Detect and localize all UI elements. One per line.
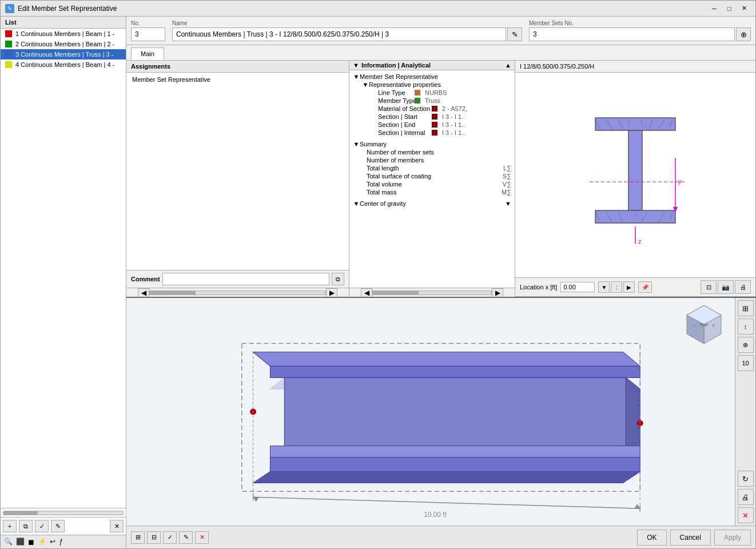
expand-icon[interactable]: ▼ (353, 62, 359, 69)
no-input[interactable] (131, 27, 165, 41)
info-scroll-left[interactable]: ◀ (361, 288, 372, 297)
nav-cube-container[interactable]: TOP R L (681, 303, 727, 348)
statusbar-icon-lightning[interactable]: ⚡ (38, 538, 46, 546)
collapse-icon-summary[interactable]: ▼ (353, 141, 360, 148)
scroll-track-h[interactable] (149, 291, 326, 295)
scroll-up-icon[interactable]: ▲ (505, 62, 511, 69)
scroll-track[interactable] (3, 511, 124, 515)
scroll-thumb[interactable] (3, 511, 38, 515)
toolbar-3d-clear[interactable]: ✕ (738, 507, 754, 523)
svg-rect-1 (628, 130, 642, 210)
svg-marker-24 (253, 352, 640, 367)
collapse-icon[interactable]: ▼ (353, 73, 360, 80)
num-members-key: Number of members (367, 157, 511, 164)
toolbar-3d-btn2[interactable]: ↕ (738, 319, 754, 335)
list-item[interactable]: 2 Continuous Members | Beam | 2 - (1, 39, 126, 49)
cog-scroll-btn[interactable]: ▼ (505, 200, 511, 207)
minimize-button[interactable]: ─ (707, 3, 721, 14)
section-start-color (432, 114, 437, 120)
total-surface-value: S∑ (503, 173, 511, 180)
viz-toolbar: ⊡ 📷 🖨 (701, 280, 751, 294)
total-mass-key: Total mass (367, 189, 499, 196)
edit-button[interactable]: ✎ (51, 520, 65, 532)
toolbar-3d-btn4[interactable]: 10 (738, 355, 754, 371)
viz-btn-2[interactable]: 📷 (718, 280, 734, 294)
svg-rect-2 (595, 210, 675, 223)
tree-row-num-members: Number of members (365, 156, 512, 164)
location-up-btn[interactable]: ▶ (623, 281, 635, 293)
list-item-selected[interactable]: 3 Continuous Members | Truss | 3 - (1, 49, 126, 59)
location-down-btn[interactable]: ▼ (598, 281, 610, 293)
comment-copy-button[interactable]: ⧉ (332, 273, 344, 285)
rep-props-label: Representative properties (369, 81, 511, 88)
delete-button[interactable]: ✕ (110, 520, 124, 532)
comment-area: Comment ⧉ (126, 270, 349, 288)
cog-label: Center of gravity (360, 200, 505, 207)
footer-icon-2[interactable]: ⊟ (147, 531, 161, 544)
scroll-left-btn[interactable]: ◀ (138, 288, 149, 297)
tree-row-section-start: Section | Start I 3 - I 1.. (377, 113, 512, 121)
statusbar-icon-undo[interactable]: ↩ (50, 538, 55, 546)
toolbar-3d-btn1[interactable]: ⊞ (738, 300, 754, 316)
copy-button[interactable]: ⧉ (19, 520, 33, 532)
tree-row: ▼ Member Set Representative (352, 73, 512, 81)
cancel-button[interactable]: Cancel (670, 530, 711, 546)
statusbar-icon-solid[interactable]: ◼ (28, 538, 34, 546)
close-button[interactable]: ✕ (737, 3, 751, 14)
statusbar-icon-grid[interactable]: ⬛ (16, 538, 25, 546)
footer: ⊞ ⊟ ✓ ✎ ✕ OK Cancel Apply (126, 526, 755, 548)
titlebar: ✎ Edit Member Set Representative ─ □ ✕ (1, 1, 755, 17)
svg-marker-25 (270, 366, 640, 377)
statusbar: 🔍 ⬛ ◼ ⚡ ↩ ƒ (1, 535, 126, 548)
name-label: Name (172, 20, 522, 26)
viz-btn-1[interactable]: ⊡ (701, 280, 717, 294)
collapse-icon-cog[interactable]: ▼ (353, 200, 360, 207)
bottom-3d-area: 10.00 ft (126, 297, 755, 526)
member-set-rep-label: Member Set Representative (360, 73, 511, 80)
name-edit-button[interactable]: ✎ (507, 27, 522, 41)
member-sets-edit-button[interactable]: ⊕ (736, 27, 751, 41)
maximize-button[interactable]: □ (722, 3, 736, 14)
comment-input[interactable] (162, 273, 329, 285)
collapse-icon-props[interactable]: ▼ (362, 81, 369, 88)
tree-section-cog: ▼ Center of gravity ▼ (352, 200, 512, 208)
statusbar-icon-func[interactable]: ƒ (59, 538, 63, 546)
info-scroll-thumb[interactable] (373, 291, 419, 295)
scroll-thumb-h[interactable] (150, 291, 196, 295)
item-label-3: 3 Continuous Members | Truss | 3 - (15, 51, 113, 58)
footer-icon-delete[interactable]: ✕ (195, 531, 209, 544)
name-input[interactable] (172, 27, 506, 41)
statusbar-icon-search[interactable]: 🔍 (4, 538, 13, 546)
total-length-key: Total length (367, 165, 501, 172)
list-item[interactable]: 4 Continuous Members | Beam | 4 - (1, 59, 126, 70)
footer-icon-edit[interactable]: ✎ (179, 531, 193, 544)
check-button[interactable]: ✓ (35, 520, 49, 532)
ok-button[interactable]: OK (637, 530, 666, 546)
no-label: No. (131, 20, 165, 26)
beam-length-label: 10.00 ft (424, 511, 447, 519)
toolbar-3d-print[interactable]: 🖨 (738, 489, 754, 505)
toolbar-3d-btn3[interactable]: ⊕ (738, 337, 754, 353)
panel-scrollbar-h[interactable]: ◀ ▶ (126, 288, 349, 297)
footer-icon-1[interactable]: ⊞ (131, 531, 145, 544)
left-scrollbar[interactable] (1, 508, 126, 517)
svg-marker-28 (626, 377, 640, 457)
footer-icon-check[interactable]: ✓ (163, 531, 177, 544)
location-pin-btn[interactable]: 📌 (638, 281, 652, 293)
scroll-right-btn[interactable]: ▶ (326, 288, 337, 297)
tab-main[interactable]: Main (131, 47, 164, 60)
viz-btn-print[interactable]: 🖨 (735, 280, 751, 294)
num-sets-key: Number of member sets (367, 149, 511, 156)
toolbar-3d-rotate[interactable]: ↻ (738, 471, 754, 487)
3d-right-toolbar: ⊞ ↕ ⊕ 10 ↻ 🖨 ✕ (735, 298, 755, 526)
info-scroll-track[interactable] (372, 291, 492, 295)
location-input[interactable] (560, 282, 595, 292)
member-type-value: Truss (425, 97, 440, 104)
add-button[interactable]: + (3, 520, 17, 532)
apply-button[interactable]: Apply (714, 530, 751, 546)
info-scrollbar-h[interactable]: ◀ ▶ (349, 288, 515, 297)
tree-row-member-type: Member Type Truss (377, 97, 512, 105)
list-item[interactable]: 1 Continuous Members | Beam | 1 - (1, 29, 126, 39)
member-sets-input[interactable] (529, 27, 735, 41)
info-scroll-right[interactable]: ▶ (492, 288, 503, 297)
